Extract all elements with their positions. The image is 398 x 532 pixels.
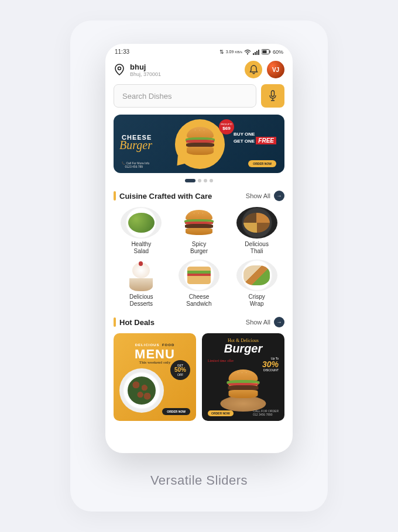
slider-dot-3[interactable]: [204, 179, 207, 182]
cuisine-item-spicy-burger[interactable]: SpicyBurger: [171, 207, 227, 255]
deal-dark-burger-title: Burger: [202, 343, 284, 354]
deal-card-menu[interactable]: DELICIOUS FOOD MENU This weekend only GE…: [114, 333, 196, 421]
slider-dot-2[interactable]: [198, 179, 201, 182]
cuisine-item-wrap[interactable]: CrispyWrap: [229, 260, 284, 308]
hero-slider[interactable]: CHEESE Burger 📞 Call For More Info 0123 …: [114, 115, 284, 173]
cuisine-item-desserts[interactable]: DeliciousDesserts: [114, 260, 169, 308]
section-marker: [114, 191, 116, 201]
phone-frame: 11:33 ⇅ 3.09 KB/s 60%: [105, 44, 293, 453]
deal-card-burger[interactable]: Hot & Delicious Burger Limited time offe…: [202, 333, 284, 421]
hot-deals-section-header: Hot Deals Show All →: [105, 317, 293, 333]
slider-dot-1[interactable]: [185, 179, 195, 182]
sandwich-image: [179, 260, 219, 291]
deal-yellow-discount-badge: GET 50% OFF: [170, 360, 190, 380]
battery-icon: [262, 49, 271, 54]
cuisine-item-delicious-thali[interactable]: DeliciousThali: [229, 207, 284, 255]
speed-value: 3.09: [226, 50, 234, 54]
section-marker: [114, 317, 116, 327]
deals-row: DELICIOUS FOOD MENU This weekend only GE…: [105, 333, 293, 421]
show-all-label: Show All: [246, 192, 270, 199]
hero-free-badge: FREE: [256, 137, 276, 144]
cuisine-section-header: Cuisine Crafted with Care Show All →: [105, 191, 293, 207]
speed-unit: KB/s: [235, 50, 242, 54]
status-time: 11:33: [115, 49, 129, 55]
cuisine-item-healthy-salad[interactable]: HealthySalad: [114, 207, 169, 255]
wrap-image: [236, 260, 277, 291]
location-title: bhuj: [130, 63, 240, 71]
deal-dark-burger-image: [218, 368, 268, 412]
deal-yellow-header: DELICIOUS FOOD MENU This weekend only: [114, 333, 196, 365]
hero-call-info: 📞 Call For More Info 0123 456 789: [122, 161, 149, 168]
deal-dark-phone: CALL FOR ORDER012 3456 7890: [253, 409, 279, 416]
hero-title-script: Burger: [119, 139, 152, 152]
hero-bogo-text: BUY ONEGET ONE FREE: [234, 132, 276, 144]
dessert-image: [121, 260, 162, 291]
search-placeholder: Search Dishes: [122, 92, 172, 101]
hero-title-block: CHEESE Burger: [114, 134, 155, 154]
cuisine-item-sandwich[interactable]: CheeseSandwich: [171, 260, 227, 308]
hero-price-badge: PRICE UP TO $69: [219, 119, 234, 134]
price-value: $69: [222, 126, 230, 131]
deal-dark-header: Hot & Delicious Burger: [202, 333, 284, 354]
svg-rect-9: [272, 91, 275, 96]
svg-point-8: [118, 67, 121, 70]
cuisine-label: SpicyBurger: [190, 241, 208, 255]
cuisine-show-all-button[interactable]: Show All →: [246, 191, 284, 201]
location-pin-icon[interactable]: [114, 64, 125, 75]
show-all-label: Show All: [246, 319, 270, 326]
deal-dark-limited-label: Limited time offer: [208, 359, 234, 362]
salad-image: [121, 207, 162, 239]
arrow-right-icon: →: [274, 191, 284, 201]
arrows-icon: ⇅: [219, 49, 224, 55]
bell-icon: [249, 65, 258, 74]
deal-yellow-plate-image: [119, 368, 164, 413]
cuisine-label: CheeseSandwich: [186, 293, 211, 308]
deal-yellow-order-button[interactable]: ORDER NOW: [162, 408, 190, 415]
svg-rect-3: [256, 51, 258, 55]
slider-dot-4[interactable]: [210, 179, 213, 182]
cuisine-section-title: Cuisine Crafted with Care: [119, 192, 212, 201]
cuisine-label: DeliciousThali: [245, 241, 269, 255]
hot-deals-section-title: Hot Deals: [119, 318, 155, 327]
location-subtitle: Bhuj, 370001: [130, 71, 240, 77]
microphone-icon: [268, 90, 277, 102]
svg-rect-7: [262, 50, 266, 53]
voice-search-button[interactable]: [261, 84, 284, 108]
status-indicators: ⇅ 3.09 KB/s 60%: [219, 49, 283, 55]
svg-point-0: [247, 54, 248, 55]
location-selector[interactable]: bhuj Bhuj, 370001: [130, 63, 240, 77]
hot-deals-show-all-button[interactable]: Show All →: [246, 317, 284, 327]
battery-pct: 60%: [273, 49, 283, 55]
notifications-button[interactable]: [245, 61, 262, 78]
cuisine-label: CrispyWrap: [248, 293, 265, 308]
status-bar: 11:33 ⇅ 3.09 KB/s 60%: [105, 44, 293, 57]
slider-pagination: [105, 173, 293, 191]
svg-rect-4: [258, 50, 259, 55]
svg-rect-1: [253, 53, 254, 55]
thali-image: [236, 207, 277, 239]
svg-rect-6: [269, 51, 270, 53]
avatar-initials: VJ: [272, 67, 279, 73]
showcase-tagline: Versatile Sliders: [150, 473, 248, 488]
search-row: Search Dishes: [105, 84, 293, 115]
cuisine-grid: HealthySalad SpicyBurger DeliciousThali …: [105, 207, 293, 317]
cuisine-label: HealthySalad: [131, 241, 151, 255]
deal-dark-order-button[interactable]: ORDER NOW: [208, 410, 234, 416]
showcase-card: 11:33 ⇅ 3.09 KB/s 60%: [70, 20, 328, 512]
svg-rect-2: [255, 52, 256, 55]
hero-order-button[interactable]: ORDER NOW: [248, 160, 276, 167]
burger-image: [179, 207, 219, 239]
app-header: bhuj Bhuj, 370001 VJ: [105, 57, 293, 84]
arrow-right-icon: →: [274, 317, 284, 327]
avatar[interactable]: VJ: [267, 61, 284, 78]
hero-burger-image: [183, 125, 218, 157]
deal-yellow-menu-title: MENU: [114, 348, 196, 360]
search-input[interactable]: Search Dishes: [114, 84, 256, 108]
signal-icon: [253, 49, 260, 55]
cuisine-label: DeliciousDesserts: [129, 293, 153, 308]
wifi-icon: [244, 49, 251, 55]
